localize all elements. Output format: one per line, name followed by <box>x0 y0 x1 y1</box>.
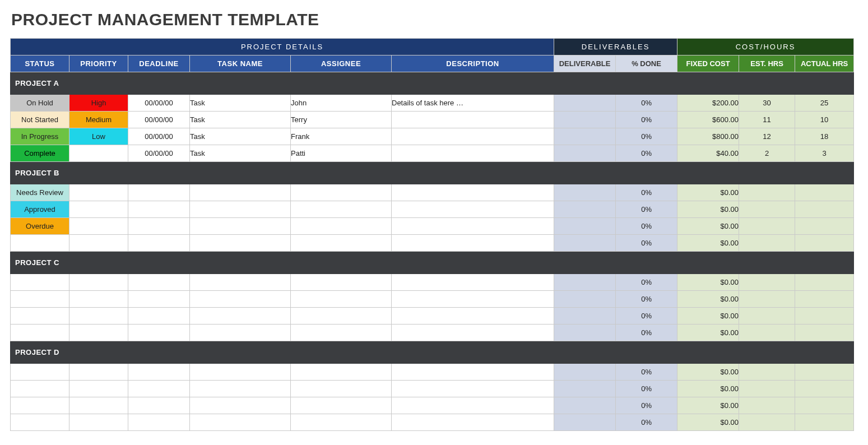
cell-deliverable[interactable] <box>554 414 616 431</box>
cell-pct-done[interactable]: 0% <box>616 184 677 201</box>
cell-description[interactable] <box>392 414 554 431</box>
cell-fixed-cost[interactable]: $0.00 <box>677 218 739 235</box>
cell-task[interactable]: Task <box>190 128 291 145</box>
cell-pct-done[interactable]: 0% <box>616 364 677 381</box>
cell-deadline[interactable]: 00/00/00 <box>128 145 190 162</box>
cell-deadline[interactable] <box>128 235 190 252</box>
cell-assignee[interactable] <box>291 235 392 252</box>
cell-est-hrs[interactable] <box>739 235 795 252</box>
cell-task[interactable] <box>190 291 291 308</box>
cell-priority[interactable] <box>69 218 128 235</box>
cell-est-hrs[interactable] <box>739 308 795 325</box>
cell-priority[interactable] <box>69 397 128 414</box>
cell-task[interactable]: Task <box>190 112 291 128</box>
cell-fixed-cost[interactable]: $0.00 <box>677 364 739 381</box>
cell-status[interactable]: On Hold <box>11 95 69 112</box>
cell-deliverable[interactable] <box>554 235 616 252</box>
cell-actual-hrs[interactable]: 25 <box>795 95 854 112</box>
cell-pct-done[interactable]: 0% <box>616 201 677 218</box>
cell-est-hrs[interactable] <box>739 381 795 397</box>
cell-description[interactable] <box>392 308 554 325</box>
cell-est-hrs[interactable] <box>739 184 795 201</box>
cell-description[interactable] <box>392 274 554 291</box>
cell-fixed-cost[interactable]: $0.00 <box>677 308 739 325</box>
cell-deliverable[interactable] <box>554 381 616 397</box>
cell-est-hrs[interactable] <box>739 274 795 291</box>
cell-task[interactable] <box>190 235 291 252</box>
cell-actual-hrs[interactable]: 10 <box>795 112 854 128</box>
cell-assignee[interactable] <box>291 381 392 397</box>
cell-description[interactable] <box>392 128 554 145</box>
cell-pct-done[interactable]: 0% <box>616 381 677 397</box>
cell-priority[interactable] <box>69 414 128 431</box>
cell-description[interactable] <box>392 397 554 414</box>
cell-description[interactable] <box>392 218 554 235</box>
cell-deliverable[interactable] <box>554 95 616 112</box>
cell-est-hrs[interactable] <box>739 201 795 218</box>
cell-actual-hrs[interactable] <box>795 274 854 291</box>
cell-assignee[interactable]: John <box>291 95 392 112</box>
cell-priority[interactable] <box>69 184 128 201</box>
cell-est-hrs[interactable]: 30 <box>739 95 795 112</box>
cell-status[interactable] <box>11 235 69 252</box>
cell-deadline[interactable] <box>128 218 190 235</box>
cell-status[interactable] <box>11 364 69 381</box>
cell-status[interactable] <box>11 325 69 341</box>
cell-est-hrs[interactable] <box>739 414 795 431</box>
cell-deliverable[interactable] <box>554 397 616 414</box>
cell-fixed-cost[interactable]: $200.00 <box>677 95 739 112</box>
cell-fixed-cost[interactable]: $0.00 <box>677 397 739 414</box>
cell-task[interactable] <box>190 381 291 397</box>
cell-assignee[interactable] <box>291 397 392 414</box>
cell-task[interactable] <box>190 218 291 235</box>
cell-est-hrs[interactable] <box>739 364 795 381</box>
cell-actual-hrs[interactable] <box>795 381 854 397</box>
cell-task[interactable] <box>190 201 291 218</box>
cell-assignee[interactable] <box>291 201 392 218</box>
cell-assignee[interactable] <box>291 325 392 341</box>
cell-assignee[interactable]: Patti <box>291 145 392 162</box>
cell-deliverable[interactable] <box>554 201 616 218</box>
cell-pct-done[interactable]: 0% <box>616 112 677 128</box>
cell-deadline[interactable]: 00/00/00 <box>128 128 190 145</box>
cell-priority[interactable]: Medium <box>69 112 128 128</box>
cell-assignee[interactable] <box>291 364 392 381</box>
cell-status[interactable]: Complete <box>11 145 69 162</box>
cell-est-hrs[interactable]: 12 <box>739 128 795 145</box>
cell-description[interactable] <box>392 112 554 128</box>
cell-description[interactable] <box>392 325 554 341</box>
cell-actual-hrs[interactable] <box>795 201 854 218</box>
cell-actual-hrs[interactable] <box>795 291 854 308</box>
cell-est-hrs[interactable] <box>739 291 795 308</box>
cell-deadline[interactable] <box>128 201 190 218</box>
cell-est-hrs[interactable] <box>739 397 795 414</box>
cell-deadline[interactable] <box>128 184 190 201</box>
cell-pct-done[interactable]: 0% <box>616 218 677 235</box>
cell-task[interactable] <box>190 414 291 431</box>
cell-status[interactable] <box>11 381 69 397</box>
cell-assignee[interactable] <box>291 184 392 201</box>
cell-deadline[interactable] <box>128 308 190 325</box>
cell-deliverable[interactable] <box>554 145 616 162</box>
cell-fixed-cost[interactable]: $0.00 <box>677 274 739 291</box>
cell-assignee[interactable]: Terry <box>291 112 392 128</box>
cell-pct-done[interactable]: 0% <box>616 274 677 291</box>
cell-priority[interactable] <box>69 145 128 162</box>
cell-priority[interactable] <box>69 381 128 397</box>
cell-deliverable[interactable] <box>554 128 616 145</box>
cell-priority[interactable]: High <box>69 95 128 112</box>
cell-actual-hrs[interactable] <box>795 364 854 381</box>
cell-task[interactable] <box>190 325 291 341</box>
cell-description[interactable] <box>392 381 554 397</box>
cell-priority[interactable] <box>69 291 128 308</box>
cell-pct-done[interactable]: 0% <box>616 235 677 252</box>
cell-deliverable[interactable] <box>554 364 616 381</box>
cell-status[interactable] <box>11 308 69 325</box>
cell-description[interactable] <box>392 184 554 201</box>
cell-priority[interactable] <box>69 325 128 341</box>
cell-status[interactable] <box>11 397 69 414</box>
cell-deliverable[interactable] <box>554 274 616 291</box>
cell-pct-done[interactable]: 0% <box>616 397 677 414</box>
cell-assignee[interactable] <box>291 218 392 235</box>
cell-description[interactable]: Details of task here … <box>392 95 554 112</box>
